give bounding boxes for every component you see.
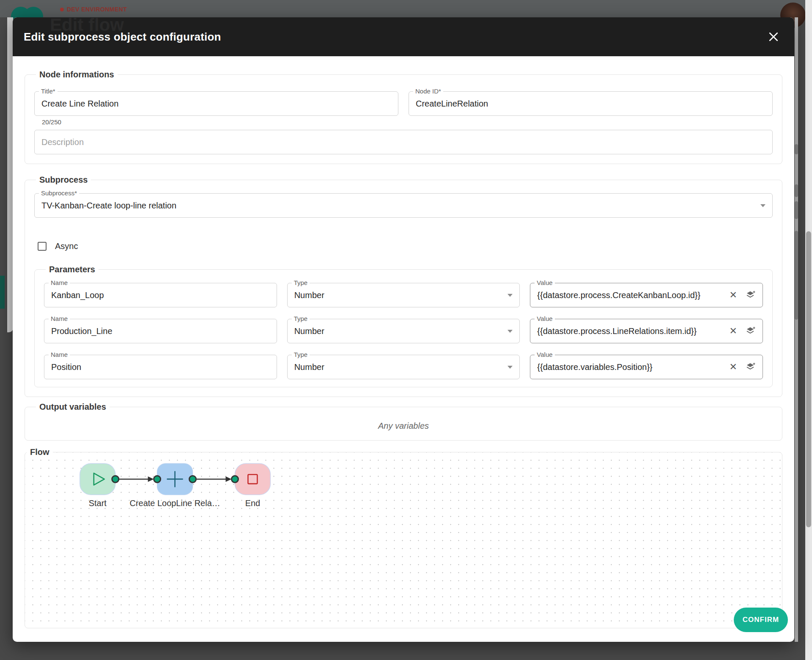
param-type-select[interactable]: Type Number xyxy=(287,283,520,307)
flow-edge-arrowhead-icon xyxy=(148,477,154,482)
param-type-label: Type xyxy=(292,315,310,323)
output-variables-legend: Output variables xyxy=(36,402,110,412)
output-variables-empty-text: Any variables xyxy=(34,418,773,433)
clear-value-icon[interactable]: ✕ xyxy=(730,326,737,336)
param-name-value: Production_Line xyxy=(51,326,112,336)
node-id-field-label: Node ID* xyxy=(413,88,443,95)
clear-value-icon[interactable]: ✕ xyxy=(730,290,737,300)
chevron-down-icon xyxy=(508,366,513,369)
flow-node-end[interactable] xyxy=(235,463,270,495)
datastore-layers-icon[interactable] xyxy=(746,362,756,372)
param-type-label: Type xyxy=(292,351,310,359)
page-scrollbar[interactable] xyxy=(805,0,812,660)
environment-label: DEV ENVIRONMENT xyxy=(67,6,127,13)
param-type-label: Type xyxy=(292,279,310,287)
param-type-value: Number xyxy=(294,362,324,372)
dimmed-sidebar-selected-item xyxy=(0,276,5,309)
node-informations-section: Node informations Title* Create Line Rel… xyxy=(25,70,782,164)
confirm-button[interactable]: CONFIRM xyxy=(734,608,788,632)
flow-section: Flow Start xyxy=(25,447,782,628)
title-char-counter: 20/250 xyxy=(42,118,773,126)
clear-value-icon[interactable]: ✕ xyxy=(730,362,737,372)
subprocess-select-label: Subprocess* xyxy=(39,189,79,197)
description-field[interactable]: Description xyxy=(34,130,773,154)
param-name-field[interactable]: Name Kanban_Loop xyxy=(44,283,277,307)
async-option[interactable]: Async xyxy=(38,241,773,251)
flow-node-label: End xyxy=(245,498,261,508)
flow-port[interactable] xyxy=(112,476,119,482)
chevron-down-icon xyxy=(508,294,513,297)
param-value-field[interactable]: Value {{datastore.process.CreateKanbanLo… xyxy=(530,283,763,307)
chevron-down-icon xyxy=(508,330,513,333)
title-field-label: Title* xyxy=(39,88,58,95)
node-id-field[interactable]: Node ID* CreateLineRelation xyxy=(409,91,773,116)
param-type-select[interactable]: Type Number xyxy=(287,355,520,379)
param-name-label: Name xyxy=(49,351,70,359)
node-id-field-value: CreateLineRelation xyxy=(416,99,488,109)
subprocess-select-value: TV-Kanban-Create loop-line relation xyxy=(41,201,176,211)
param-value-value: {{datastore.variables.Position}} xyxy=(537,362,652,372)
subprocess-select[interactable]: Subprocess* TV-Kanban-Create loop-line r… xyxy=(34,193,773,218)
title-field-value: Create Line Relation xyxy=(41,99,118,109)
flow-node-label: Create LoopLine Rela… xyxy=(129,498,220,508)
param-name-value: Kanban_Loop xyxy=(51,290,104,300)
parameters-section: Parameters Name Kanban_Loop Type Number … xyxy=(34,265,773,387)
async-label: Async xyxy=(55,241,78,251)
page-scrollbar-thumb[interactable] xyxy=(806,231,811,527)
flow-edge-arrowhead-icon xyxy=(225,477,231,482)
flow-canvas[interactable]: Start Create LoopLine Rela… End xyxy=(25,457,782,628)
dialog-body: Node informations Title* Create Line Rel… xyxy=(13,56,794,628)
param-value-label: Value xyxy=(535,351,554,359)
dimmed-scroll-thumb xyxy=(795,184,798,197)
subprocess-section: Subprocess Subprocess* TV-Kanban-Create … xyxy=(25,175,782,397)
param-name-label: Name xyxy=(49,279,70,287)
param-name-field[interactable]: Name Position xyxy=(44,355,277,379)
datastore-layers-icon[interactable] xyxy=(746,326,756,336)
dialog-title: Edit subprocess object configuration xyxy=(24,30,221,44)
flow-node-start[interactable] xyxy=(80,463,115,495)
dimmed-side-panel xyxy=(7,17,13,332)
description-placeholder: Description xyxy=(41,137,84,147)
param-name-label: Name xyxy=(49,315,70,323)
param-value-label: Value xyxy=(535,279,554,287)
flow-port[interactable] xyxy=(189,476,196,482)
title-field[interactable]: Title* Create Line Relation xyxy=(34,91,398,116)
output-variables-section: Output variables Any variables xyxy=(25,402,782,441)
param-name-field[interactable]: Name Production_Line xyxy=(44,319,277,343)
close-icon[interactable] xyxy=(767,30,780,43)
dimmed-scroll-thumb xyxy=(795,144,798,154)
flow-node-label: Start xyxy=(89,498,107,508)
dialog-header: Edit flow Edit subprocess object configu… xyxy=(13,17,794,56)
param-value-field[interactable]: Value {{datastore.process.LineRelations.… xyxy=(530,319,763,343)
node-informations-legend: Node informations xyxy=(36,70,118,79)
parameters-legend: Parameters xyxy=(46,265,99,274)
datastore-layers-icon[interactable] xyxy=(746,290,756,300)
flow-port[interactable] xyxy=(231,476,238,482)
param-type-value: Number xyxy=(294,290,324,300)
dimmed-scroll-thumb xyxy=(795,201,798,219)
param-type-select[interactable]: Type Number xyxy=(287,319,520,343)
dimmed-app-scrollbar xyxy=(795,17,798,642)
dimmed-scroll-thumb xyxy=(795,231,798,320)
edit-subprocess-dialog: Edit flow Edit subprocess object configu… xyxy=(13,17,794,642)
subprocess-legend: Subprocess xyxy=(36,175,91,185)
async-checkbox[interactable] xyxy=(38,242,47,251)
flow-legend: Flow xyxy=(27,447,53,457)
param-value-label: Value xyxy=(535,315,554,323)
chevron-down-icon xyxy=(760,204,765,207)
param-type-value: Number xyxy=(294,326,324,336)
param-name-value: Position xyxy=(51,362,81,372)
param-value-value: {{datastore.process.CreateKanbanLoop.id}… xyxy=(537,290,700,300)
param-value-value: {{datastore.process.LineRelations.item.i… xyxy=(537,326,697,336)
param-value-field[interactable]: Value {{datastore.variables.Position}} ✕ xyxy=(530,355,763,379)
flow-port[interactable] xyxy=(154,476,161,482)
environment-indicator: DEV ENVIRONMENT xyxy=(60,6,127,13)
environment-dot-icon xyxy=(60,8,64,11)
